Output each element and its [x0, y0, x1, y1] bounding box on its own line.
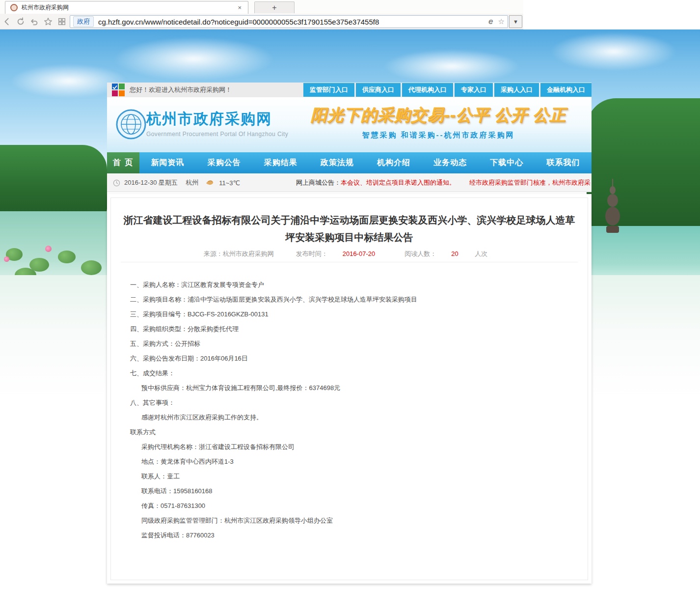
check-icon: [112, 84, 118, 90]
nav-item-news[interactable]: 新闻资讯: [151, 158, 185, 168]
nav-item-home[interactable]: 首 页: [107, 152, 139, 173]
current-date: 2016-12-30 星期五: [124, 178, 178, 187]
meta-reads: 阅读人数：20 人次: [397, 250, 495, 257]
notice-label: 网上商城公告：: [296, 179, 341, 186]
address-dropdown-button[interactable]: ▼: [509, 15, 522, 28]
paragraph: 联系人：童工: [111, 469, 588, 484]
publish-date: 2016-07-20: [343, 250, 376, 257]
nav-item-policies[interactable]: 政策法规: [321, 158, 354, 168]
date-weather: 2016-12-30 星期五 杭州 11~3℃: [113, 173, 240, 192]
back-icon[interactable]: [0, 16, 14, 28]
paragraph: 同级政府采购监管管理部门：杭州市滨江区政府采购领导小组办公室: [111, 513, 588, 528]
article-body: 一、采购人名称：滨江区教育发展专项资金专户 二、采购项目名称：浦沿中学运动场面层…: [111, 278, 588, 543]
favorites-star-icon[interactable]: [41, 16, 55, 28]
favorite-star-icon[interactable]: ☆: [498, 17, 505, 26]
paragraph: 四、采购组织类型：分散采购委托代理: [111, 322, 588, 337]
content-panel: 浙江省建设工程设备招标有限公司关于浦沿中学运动场面层更换安装及西兴小学、滨兴学校…: [107, 194, 592, 584]
nav-item-business[interactable]: 业务动态: [433, 158, 467, 168]
paragraph: 联系方式: [111, 425, 588, 440]
temperature: 11~3℃: [219, 179, 240, 187]
weather-icon: [205, 179, 216, 187]
site-logo-title[interactable]: 杭州市政府采购网: [146, 109, 272, 129]
nav-item-contact[interactable]: 联系我们: [546, 158, 580, 168]
meta-publish: 发布时间：2016-07-20: [289, 250, 383, 257]
lotus-pond: [0, 211, 107, 280]
entry-button-agency[interactable]: 代理机构入口: [402, 83, 453, 97]
cloud: [550, 32, 677, 71]
content-panel-border: 浙江省建设工程设备招标有限公司关于浦沿中学运动场面层更换安装及西兴小学、滨兴学校…: [110, 197, 588, 580]
logo-square-orange: [119, 90, 125, 96]
tab-close-icon[interactable]: ×: [236, 4, 243, 11]
nav-item-results[interactable]: 采购结果: [264, 158, 297, 168]
favorites-bar-grid-icon[interactable]: [55, 16, 69, 28]
left-hills: [0, 145, 107, 219]
site-favicon-icon: [10, 4, 18, 11]
browser-toolbar: 政府 cg.hzft.gov.cn/www/noticedetail.do?no…: [0, 14, 523, 29]
stone-pagoda: [603, 177, 622, 236]
entry-button-regulator[interactable]: 监管部门入口: [303, 83, 354, 97]
city-label: 杭州: [186, 178, 198, 187]
lotus-flower: [45, 246, 52, 252]
url-text[interactable]: cg.hzft.gov.cn/www/noticedetail.do?notic…: [98, 18, 484, 26]
tab-bar: 杭州市政府采购网 × +: [0, 0, 523, 14]
cloud: [113, 37, 275, 81]
tab-title: 杭州市政府采购网: [22, 3, 236, 12]
notice-link-1[interactable]: 本会议、培训定点项目承诺入围的通知。: [341, 179, 456, 186]
paragraph: 采购代理机构名称：浙江省建设工程设备招标有限公司: [111, 440, 588, 454]
welcome-bar: 您好！欢迎进入杭州市政府采购网！ 监管部门入口 供应商入口 代理机构入口 专家入…: [107, 83, 592, 97]
site-mini-logo-icon: [112, 84, 125, 96]
logo-square-magenta: [112, 90, 118, 96]
cloud: [383, 49, 520, 84]
paragraph: 八、其它事项：: [111, 395, 588, 410]
lotus-flower: [4, 256, 9, 262]
new-tab-button[interactable]: +: [254, 1, 295, 13]
entry-button-expert[interactable]: 专家入口: [455, 83, 493, 97]
site-seal-icon: [116, 109, 146, 140]
gov-site-badge[interactable]: 政府: [73, 16, 94, 27]
nav-item-downloads[interactable]: 下载中心: [490, 158, 523, 168]
notice-link-2[interactable]: 经市政府采购监管部门核准，杭州市政府采购“网上卖: [469, 179, 591, 186]
site-logo-subtitle: Government Procurement Portal Of Hangzho…: [146, 131, 288, 138]
entry-button-financial[interactable]: 金融机构入口: [540, 83, 592, 97]
lotus-leaf: [81, 260, 102, 275]
logo-square-green: [119, 84, 125, 89]
nav-item-organization[interactable]: 机构介绍: [377, 158, 410, 168]
refresh-icon[interactable]: [14, 16, 27, 28]
nav-item-announcements[interactable]: 采购公告: [208, 158, 241, 168]
ie-compatibility-icon[interactable]: e: [488, 17, 493, 27]
info-bar: 2016-12-30 星期五 杭州 11~3℃ 网上商城公告：本会议、培训定点项…: [107, 173, 592, 192]
meta-divider: [121, 262, 578, 262]
read-count: 20: [451, 250, 458, 257]
paragraph: 六、采购公告发布日期：2016年06月16日: [111, 351, 588, 366]
paragraph: 传真：0571-87631300: [111, 499, 588, 513]
undo-icon[interactable]: [27, 16, 41, 28]
entry-button-purchaser[interactable]: 采购人入口: [494, 83, 539, 97]
site-header: 杭州市政府采购网 Government Procurement Portal O…: [107, 97, 592, 152]
paragraph: 七、成交结果：: [111, 366, 588, 381]
article-meta: 来源：杭州市政府采购网发布时间：2016-07-20阅读人数：20 人次: [111, 250, 588, 258]
paragraph: 二、采购项目名称：浦沿中学运动场面层更换安装及西兴小学、滨兴学校足球场人造草坪安…: [111, 292, 588, 307]
notice-marquee: 网上商城公告：本会议、培训定点项目承诺入围的通知。经市政府采购监管部门核准，杭州…: [296, 173, 591, 192]
welcome-text: 您好！欢迎进入杭州市政府采购网！: [130, 85, 303, 94]
paragraph: 地点：黄龙体育中心西内环道1-3: [111, 454, 588, 469]
nav-items: 新闻资讯 采购公告 采购结果 政策法规 机构介绍 业务动态 下载中心 联系我们: [139, 152, 592, 173]
lotus-leaf: [58, 251, 76, 263]
clock-icon: [113, 179, 120, 187]
paragraph: 预中标供应商：杭州宝力体育设施工程有限公司,最终报价：6374698元: [111, 381, 588, 395]
slogan-block: 阳光下的采购交易--公平 公开 公正 智慧采购 和谐采购--杭州市政府采购网: [291, 104, 586, 140]
paragraph: 一、采购人名称：滨江区教育发展专项资金专户: [111, 278, 588, 292]
entry-button-supplier[interactable]: 供应商入口: [356, 83, 401, 97]
paragraph: 五、采购方式：公开招标: [111, 337, 588, 351]
entry-buttons: 监管部门入口 供应商入口 代理机构入口 专家入口 采购人入口 金融机构入口: [303, 83, 592, 97]
site-wrapper: 您好！欢迎进入杭州市政府采购网！ 监管部门入口 供应商入口 代理机构入口 专家入…: [107, 83, 592, 192]
paragraph: 感谢对杭州市滨江区政府采购工作的支持。: [111, 410, 588, 425]
browser-chrome: 杭州市政府采购网 × + 政府 cg.hzft.gov.cn/www/notic…: [0, 0, 523, 29]
paragraph: 监督投诉电话：87760023: [111, 528, 588, 543]
slogan-main: 阳光下的采购交易--公平 公开 公正: [291, 104, 586, 126]
browser-tab[interactable]: 杭州市政府采购网 ×: [5, 1, 248, 14]
article-title: 浙江省建设工程设备招标有限公司关于浦沿中学运动场面层更换安装及西兴小学、滨兴学校…: [121, 212, 578, 246]
address-bar[interactable]: 政府 cg.hzft.gov.cn/www/noticedetail.do?no…: [70, 15, 508, 28]
slogan-sub: 智慧采购 和谐采购--杭州市政府采购网: [291, 131, 586, 140]
logo-square-blue: [112, 84, 118, 89]
main-nav: 首 页 新闻资讯 采购公告 采购结果 政策法规 机构介绍 业务动态 下载中心 联…: [107, 152, 592, 173]
